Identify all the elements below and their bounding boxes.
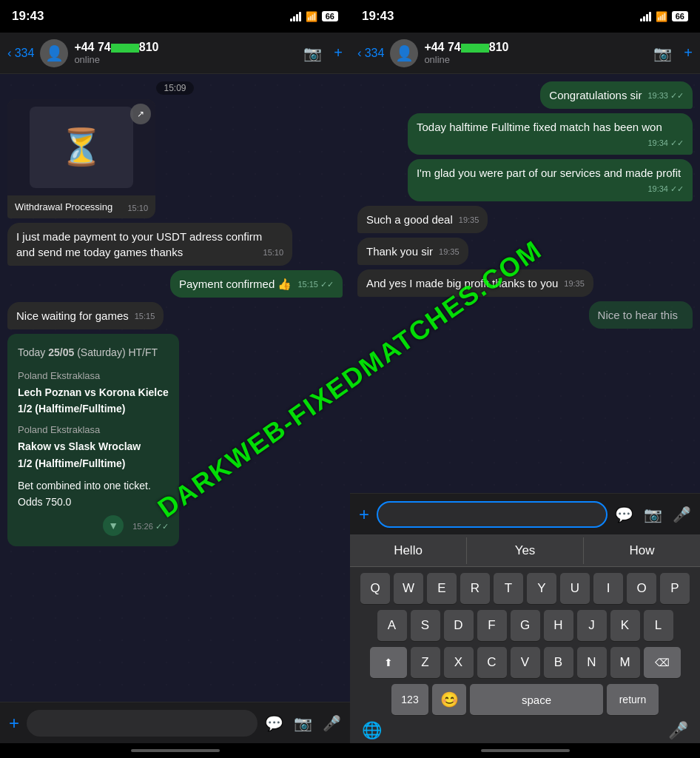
match-result-1: 1/2 (Halftime/Fulltime) (18, 400, 169, 417)
sticker-icon-left[interactable]: 💬 (265, 714, 283, 732)
camera-icon-left[interactable]: 📷 (294, 714, 312, 732)
key-n[interactable]: N (577, 647, 607, 678)
msg-received-1: I just made payment to your USDT adress … (7, 223, 292, 266)
predictive-word-2[interactable]: Yes (467, 537, 584, 564)
key-f[interactable]: F (477, 610, 507, 641)
r-msg-received-2: Thank you sir 19:35 (357, 238, 468, 265)
add-attachment-button-left[interactable]: + (9, 713, 19, 734)
contact-name-left: +44 74XXX810 (74, 41, 297, 54)
chat-header-right: ‹ 334 👤 +44 74XXX810 online 📷 + (350, 33, 700, 74)
msg-time-1: 15:10 (263, 247, 284, 258)
keyboard-row-1: Q W E R T Y U I O P (353, 573, 697, 604)
back-button-left[interactable]: ‹ 334 (7, 46, 34, 61)
key-i[interactable]: I (593, 573, 623, 604)
emoji-key[interactable]: 😊 (432, 684, 466, 715)
message-input-right[interactable] (377, 501, 608, 528)
key-t[interactable]: T (494, 573, 523, 604)
key-v[interactable]: V (511, 647, 540, 678)
share-button[interactable]: ↗ (130, 104, 151, 124)
match-date: Today 25/05 (Saturday) HT/FT (18, 344, 169, 360)
key-s[interactable]: S (411, 610, 440, 641)
globe-icon[interactable]: 🌐 (362, 721, 382, 740)
r-msg-received-3: And yes I made big profit thanks to you … (357, 269, 593, 297)
add-attachment-button-right[interactable]: + (359, 504, 369, 525)
key-p[interactable]: P (660, 573, 690, 604)
key-r[interactable]: R (460, 573, 490, 604)
match-footer: Bet combined into one ticket. (18, 477, 169, 494)
key-w[interactable]: W (394, 573, 423, 604)
wifi-icon-left: 📶 (306, 11, 317, 22)
back-count-right: 334 (365, 47, 385, 60)
predictive-word-1[interactable]: Hello (350, 537, 467, 564)
scroll-down-icon[interactable]: ▼ (103, 515, 124, 536)
phone-screen-preview: ⏳ (30, 107, 133, 188)
key-x[interactable]: X (444, 647, 474, 678)
mic-icon-left[interactable]: 🎤 (323, 714, 341, 732)
key-u[interactable]: U (560, 573, 590, 604)
key-z[interactable]: Z (411, 647, 440, 678)
key-l[interactable]: L (644, 610, 673, 641)
key-e[interactable]: E (427, 573, 457, 604)
header-actions-right: 📷 + (653, 44, 693, 62)
match-bubble: Today 25/05 (Saturday) HT/FT Poland Ekst… (7, 334, 179, 546)
home-bar-left (131, 749, 220, 752)
back-count-left: 334 (15, 47, 35, 60)
predictive-bar: Hello Yes How (350, 534, 700, 567)
key-a[interactable]: A (377, 610, 407, 641)
mic-keyboard-icon[interactable]: 🎤 (668, 721, 688, 740)
video-label: Withdrawal Processing 15:10 (7, 195, 155, 218)
sticker-icon-right[interactable]: 💬 (615, 506, 633, 523)
back-button-right[interactable]: ‹ 334 (357, 46, 384, 61)
chat-area-right: Congratulations sir 19:33 ✓✓ Today halft… (350, 74, 700, 493)
key-d[interactable]: D (444, 610, 474, 641)
back-chevron-icon: ‹ (7, 46, 12, 61)
r-msg-time-3: 19:34 ✓✓ (647, 184, 684, 195)
input-bar-left: + 💬 📷 🎤 (0, 702, 350, 743)
return-key[interactable]: return (607, 684, 659, 715)
shift-key[interactable]: ⬆ (370, 647, 407, 678)
key-k[interactable]: K (610, 610, 640, 641)
keyboard-area: Hello Yes How Q W E R T Y U I O P A S (350, 534, 700, 743)
key-h[interactable]: H (544, 610, 573, 641)
status-time-left: 19:43 (12, 9, 44, 24)
key-g[interactable]: G (511, 610, 540, 641)
key-o[interactable]: O (627, 573, 656, 604)
r-msg-sent-4: Nice to hear this (589, 301, 693, 329)
keyboard-bottom-bar: 🌐 🎤 (350, 718, 700, 743)
match-teams-2: Rakow vs Slask Wroclaw (18, 438, 169, 455)
r-msg-sent-1: Congratulations sir 19:33 ✓✓ (540, 81, 693, 109)
key-m[interactable]: M (610, 647, 640, 678)
home-bar-right (481, 749, 570, 752)
mic-icon-right[interactable]: 🎤 (673, 506, 691, 523)
msg-sent-1: Payment confirmed 👍 15:15 ✓✓ (170, 270, 343, 298)
key-q[interactable]: Q (360, 573, 390, 604)
key-b[interactable]: B (544, 647, 573, 678)
numbers-key[interactable]: 123 (391, 684, 428, 715)
msg-time-2: 15:15 ✓✓ (297, 279, 334, 290)
key-j[interactable]: J (577, 610, 607, 641)
r-msg-received-1: Such a good deal 19:35 (357, 206, 488, 233)
phone-add-icon[interactable]: + (334, 44, 343, 62)
video-call-icon-right[interactable]: 📷 (653, 44, 672, 62)
video-call-icon[interactable]: 📷 (303, 44, 322, 62)
message-input-left[interactable] (27, 710, 258, 737)
delete-key[interactable]: ⌫ (644, 647, 681, 678)
predictive-word-3[interactable]: How (584, 537, 700, 564)
camera-icon-right[interactable]: 📷 (644, 506, 662, 523)
key-y[interactable]: Y (527, 573, 556, 604)
right-panel: 19:43 📶 66 ‹ 334 👤 +44 74XXX810 online 📷 (350, 0, 700, 758)
phone-add-icon-right[interactable]: + (684, 44, 693, 62)
match-odds: Odds 750.0 (18, 494, 169, 510)
status-icons-right: 📶 66 (640, 11, 688, 22)
chat-area-left: 15:09 ⏳ ↗ Withdrawal Processing 15:10 I … (0, 74, 350, 702)
space-key[interactable]: space (470, 684, 603, 715)
video-bubble: ⏳ ↗ Withdrawal Processing 15:10 (7, 99, 155, 218)
r-msg-sent-3: I'm glad you were part of our services a… (408, 159, 693, 201)
contact-status-right: online (424, 54, 647, 65)
r-msg-time-4: 19:35 (459, 215, 479, 226)
r-msg-time-2: 19:34 ✓✓ (647, 138, 684, 149)
contact-name-right: +44 74XXX810 (424, 41, 647, 54)
key-c[interactable]: C (477, 647, 507, 678)
msg-time-3: 15:15 (135, 311, 155, 322)
status-time-right: 19:43 (362, 9, 394, 24)
